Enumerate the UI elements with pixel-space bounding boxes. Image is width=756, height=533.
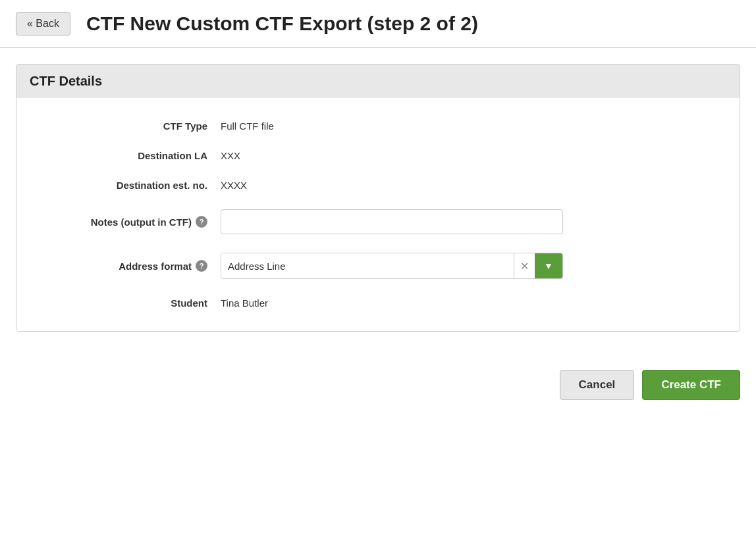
address-format-help-icon[interactable]: ? [196,260,207,272]
address-format-select-wrapper: ✕ ▼ [221,253,563,279]
destination-est-no-label: Destination est. no. [36,180,221,191]
notes-row: Notes (output in CTF) ? [16,200,740,243]
destination-la-row: Destination LA XXX [16,141,740,170]
student-value: Tina Butler [221,297,720,309]
ctf-type-value: Full CTF file [221,120,720,132]
notes-input[interactable] [221,209,563,234]
destination-est-no-row: Destination est. no. XXXX [16,170,740,200]
page-header: « Back CTF New Custom CTF Export (step 2… [0,0,756,48]
card-header: CTF Details [16,64,740,98]
destination-est-no-value: XXXX [221,180,720,191]
notes-help-icon[interactable]: ? [196,216,207,228]
notes-label: Notes (output in CTF) ? [36,216,221,228]
ctf-type-row: CTF Type Full CTF file [16,111,740,141]
chevron-down-icon: ▼ [544,261,553,271]
address-format-row: Address format ? ✕ ▼ [16,243,740,288]
student-row: Student Tina Butler [16,288,740,318]
address-format-clear-button[interactable]: ✕ [514,253,535,278]
footer: Cancel Create CTF [0,354,756,416]
cancel-button[interactable]: Cancel [560,370,635,400]
clear-icon: ✕ [520,260,529,272]
back-button[interactable]: « Back [16,12,70,36]
main-content: CTF Details CTF Type Full CTF file Desti… [0,48,756,347]
address-format-dropdown-button[interactable]: ▼ [535,253,562,278]
create-ctf-button[interactable]: Create CTF [642,370,740,400]
card-title: CTF Details [30,74,102,88]
ctf-details-card: CTF Details CTF Type Full CTF file Desti… [16,64,740,332]
student-label: Student [36,297,221,309]
destination-la-label: Destination LA [36,150,221,161]
ctf-type-label: CTF Type [36,120,221,132]
destination-la-value: XXX [221,150,720,161]
card-body: CTF Type Full CTF file Destination LA XX… [16,98,740,331]
address-format-label: Address format ? [36,260,221,272]
page-title: CTF New Custom CTF Export (step 2 of 2) [86,13,478,35]
address-format-input[interactable] [221,253,514,278]
